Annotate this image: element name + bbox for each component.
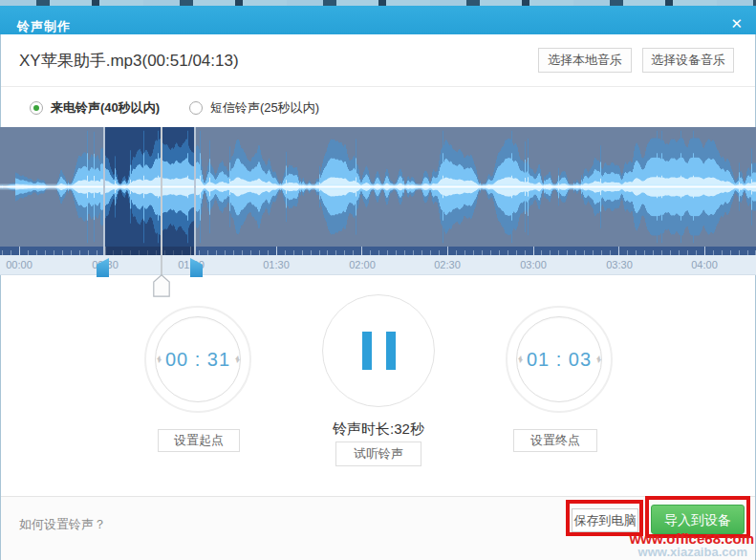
ringtone-dialog: [0, 6, 756, 560]
selection-end-line: [194, 127, 196, 255]
dialog-titlebar[interactable]: 铃声制作 ✕: [0, 6, 756, 34]
spinner-down-icon[interactable]: ▾: [157, 359, 161, 363]
timeline-labels[interactable]: 00:00 00:30 01:00 01:30 02:00 02:30 03:0…: [0, 255, 756, 275]
selection-start-line: [103, 127, 105, 255]
end-time-value[interactable]: 01 : 03: [527, 349, 592, 371]
timeline-tick-label: 01:30: [263, 259, 290, 270]
timeline-tick-label: 04:00: [691, 259, 718, 270]
end-time-control[interactable]: ▴ ▾ 01 : 03 ▴ ▾: [516, 316, 602, 402]
select-local-music-button[interactable]: 选择本地音乐: [538, 48, 632, 73]
timeline-tick-label: 03:00: [520, 259, 547, 270]
spinner-down-icon[interactable]: ▾: [596, 359, 600, 363]
spinner-down-icon[interactable]: ▾: [235, 359, 239, 363]
radio-call-ringtone[interactable]: 来电铃声(40秒以内): [30, 99, 160, 117]
timeline-tick-label: 02:30: [434, 259, 461, 270]
end-time-dial: ▴ ▾ 01 : 03 ▴ ▾: [506, 306, 613, 413]
radio-call-label: 来电铃声(40秒以内): [51, 99, 160, 117]
play-pause-button[interactable]: [322, 294, 435, 407]
ringtone-duration-label: 铃声时长:32秒: [302, 420, 455, 439]
timeline-tick-label: 00:00: [6, 259, 32, 270]
preview-ringtone-button[interactable]: 试听铃声: [335, 442, 421, 466]
timeline-ruler-selection: [103, 247, 196, 255]
spinner-down-icon[interactable]: ▾: [518, 359, 522, 363]
dialog-title: 铃声制作: [17, 18, 71, 35]
playhead-line: [161, 127, 162, 275]
playhead-marker[interactable]: [153, 274, 170, 301]
timeline-tick-label: 03:30: [606, 259, 633, 270]
start-time-spinner-left[interactable]: ▴ ▾: [157, 355, 161, 364]
start-time-value[interactable]: 00 : 31: [165, 349, 230, 371]
help-link[interactable]: 如何设置铃声？: [19, 516, 106, 533]
radio-sms-ringtone[interactable]: 短信铃声(25秒以内): [189, 99, 319, 117]
radio-selected-icon[interactable]: [30, 101, 43, 115]
pause-icon: [323, 295, 434, 406]
set-start-button[interactable]: 设置起点: [158, 429, 240, 452]
start-time-control[interactable]: ▴ ▾ 00 : 31 ▴ ▾: [155, 316, 241, 402]
current-file-label: XY苹果助手.mp3(00:51/04:13): [19, 50, 239, 72]
ringtone-maker-window: 铃声制作 ✕ XY苹果助手.mp3(00:51/04:13) 选择本地音乐 选择…: [0, 0, 756, 560]
save-to-computer-button[interactable]: 保存到电脑: [572, 508, 638, 532]
close-icon[interactable]: ✕: [730, 16, 743, 31]
radio-unselected-icon[interactable]: [189, 101, 203, 115]
end-time-spinner-left[interactable]: ▴ ▾: [518, 355, 522, 364]
import-to-device-button[interactable]: 导入到设备: [651, 505, 745, 534]
ringtone-type-group: 来电铃声(40秒以内) 短信铃声(25秒以内): [0, 96, 756, 120]
waveform-area[interactable]: [0, 127, 756, 247]
set-end-button[interactable]: 设置终点: [513, 429, 597, 452]
start-time-spinner-right[interactable]: ▴ ▾: [235, 355, 239, 364]
divider: [1, 86, 755, 87]
dialog-footer: [1, 496, 755, 560]
end-time-spinner-right[interactable]: ▴ ▾: [596, 355, 600, 364]
radio-sms-label: 短信铃声(25秒以内): [210, 99, 319, 117]
start-time-dial: ▴ ▾ 00 : 31 ▴ ▾: [144, 306, 251, 413]
waveform-canvas[interactable]: [0, 127, 756, 247]
select-device-music-button[interactable]: 选择设备音乐: [642, 48, 734, 73]
timeline-tick-label: 02:00: [349, 259, 376, 270]
